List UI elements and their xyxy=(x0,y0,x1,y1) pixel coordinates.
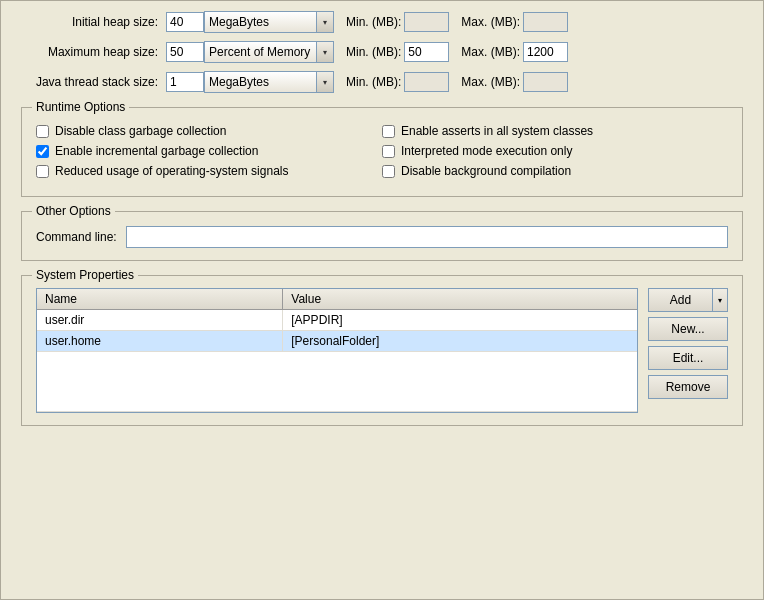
thread-min-input[interactable] xyxy=(404,72,449,92)
new-button[interactable]: New... xyxy=(648,317,728,341)
maximum-min-label: Min. (MB): xyxy=(346,45,401,59)
runtime-options-section: Runtime Options Disable class garbage co… xyxy=(21,107,743,197)
initial-heap-value[interactable] xyxy=(166,12,204,32)
enable-asserts-label: Enable asserts in all system classes xyxy=(401,124,593,138)
table-header-row: Name Value xyxy=(37,289,637,310)
edit-button[interactable]: Edit... xyxy=(648,346,728,370)
cb3-row: Reduced usage of operating-system signal… xyxy=(36,164,382,178)
cb5-row: Interpreted mode execution only xyxy=(382,144,728,158)
system-properties-table-wrapper: Name Value user.dir [APPDIR] user.home [… xyxy=(36,288,638,413)
cmdline-row: Command line: xyxy=(36,226,728,248)
add-button[interactable]: Add xyxy=(648,288,712,312)
initial-heap-row: Initial heap size: MegaBytes Percent of … xyxy=(21,11,743,33)
disable-bg-compile-label: Disable background compilation xyxy=(401,164,571,178)
maximum-min-input[interactable] xyxy=(404,42,449,62)
initial-heap-unit-select[interactable]: MegaBytes Percent of Memory xyxy=(204,11,334,33)
initial-heap-unit-wrapper: MegaBytes Percent of Memory ▾ xyxy=(204,11,334,33)
disable-bg-compile-checkbox[interactable] xyxy=(382,165,395,178)
thread-stack-value[interactable] xyxy=(166,72,204,92)
thread-max-label: Max. (MB): xyxy=(461,75,520,89)
initial-max-label: Max. (MB): xyxy=(461,15,520,29)
col-name-header: Name xyxy=(37,289,283,310)
runtime-options-title: Runtime Options xyxy=(32,100,129,114)
maximum-heap-unit-select[interactable]: MegaBytes Percent of Memory xyxy=(204,41,334,63)
thread-min-label: Min. (MB): xyxy=(346,75,401,89)
reduced-signals-checkbox[interactable] xyxy=(36,165,49,178)
runtime-options-left: Disable class garbage collection Enable … xyxy=(36,124,382,184)
cb6-row: Disable background compilation xyxy=(382,164,728,178)
add-dropdown-arrow[interactable]: ▾ xyxy=(712,288,728,312)
incremental-gc-label: Enable incremental garbage collection xyxy=(55,144,258,158)
add-button-wrapper: Add ▾ xyxy=(648,288,728,312)
system-properties-buttons: Add ▾ New... Edit... Remove xyxy=(648,288,728,413)
system-properties-title: System Properties xyxy=(32,268,138,282)
table-row[interactable]: user.dir [APPDIR] xyxy=(37,310,637,331)
system-properties-content: Name Value user.dir [APPDIR] user.home [… xyxy=(36,288,728,413)
interpreted-mode-label: Interpreted mode execution only xyxy=(401,144,572,158)
runtime-options-right: Enable asserts in all system classes Int… xyxy=(382,124,728,184)
col-value-header: Value xyxy=(283,289,637,310)
cb1-row: Disable class garbage collection xyxy=(36,124,382,138)
maximum-heap-row: Maximum heap size: MegaBytes Percent of … xyxy=(21,41,743,63)
cb2-row: Enable incremental garbage collection xyxy=(36,144,382,158)
incremental-gc-checkbox[interactable] xyxy=(36,145,49,158)
row1-name: user.dir xyxy=(37,310,283,331)
initial-min-label: Min. (MB): xyxy=(346,15,401,29)
reduced-signals-label: Reduced usage of operating-system signal… xyxy=(55,164,288,178)
runtime-options-grid: Disable class garbage collection Enable … xyxy=(36,124,728,184)
other-options-title: Other Options xyxy=(32,204,115,218)
disable-gc-label: Disable class garbage collection xyxy=(55,124,226,138)
cmdline-input[interactable] xyxy=(126,226,728,248)
thread-stack-row: Java thread stack size: MegaBytes Percen… xyxy=(21,71,743,93)
thread-max-input[interactable] xyxy=(523,72,568,92)
maximum-max-input[interactable] xyxy=(523,42,568,62)
maximum-heap-unit-wrapper: MegaBytes Percent of Memory ▾ xyxy=(204,41,334,63)
cmdline-label: Command line: xyxy=(36,230,126,244)
initial-max-input[interactable] xyxy=(523,12,568,32)
system-properties-section: System Properties Name Value user.dir [A… xyxy=(21,275,743,426)
initial-heap-label: Initial heap size: xyxy=(21,15,166,29)
maximum-heap-label: Maximum heap size: xyxy=(21,45,166,59)
maximum-heap-value[interactable] xyxy=(166,42,204,62)
table-filler-row xyxy=(37,352,637,412)
main-panel: Initial heap size: MegaBytes Percent of … xyxy=(0,0,764,600)
interpreted-mode-checkbox[interactable] xyxy=(382,145,395,158)
system-properties-table: Name Value user.dir [APPDIR] user.home [… xyxy=(37,289,637,412)
row1-value: [APPDIR] xyxy=(283,310,637,331)
other-options-section: Other Options Command line: xyxy=(21,211,743,261)
maximum-max-label: Max. (MB): xyxy=(461,45,520,59)
disable-gc-checkbox[interactable] xyxy=(36,125,49,138)
thread-stack-unit-select[interactable]: MegaBytes Percent of Memory xyxy=(204,71,334,93)
row2-value: [PersonalFolder] xyxy=(283,331,637,352)
cb4-row: Enable asserts in all system classes xyxy=(382,124,728,138)
row2-name: user.home xyxy=(37,331,283,352)
initial-min-input[interactable] xyxy=(404,12,449,32)
remove-button[interactable]: Remove xyxy=(648,375,728,399)
thread-stack-unit-wrapper: MegaBytes Percent of Memory ▾ xyxy=(204,71,334,93)
thread-stack-label: Java thread stack size: xyxy=(21,75,166,89)
enable-asserts-checkbox[interactable] xyxy=(382,125,395,138)
table-row[interactable]: user.home [PersonalFolder] xyxy=(37,331,637,352)
